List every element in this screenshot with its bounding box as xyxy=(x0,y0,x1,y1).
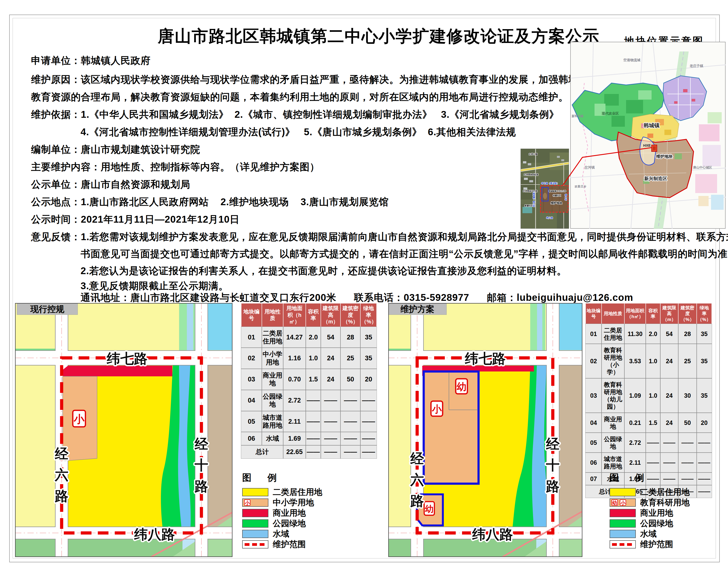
table-cell: 商业用地 xyxy=(602,413,624,433)
table-cell: 24 xyxy=(321,369,340,390)
table-cell: 05 xyxy=(241,411,262,432)
table-cell: 公园绿地 xyxy=(262,390,283,411)
table-cell: 04 xyxy=(241,390,262,411)
legend-swatch-edu: 幼小 xyxy=(610,499,636,507)
table-cell: 1.0 xyxy=(306,348,321,369)
label-xinjuntun: 新军屯镇 xyxy=(571,114,583,118)
legend-swatch-boundary xyxy=(242,540,268,548)
table-cell: —— xyxy=(321,411,340,432)
table-cell: 24 xyxy=(660,378,678,413)
table-row: 04公园绿地2.72———————— xyxy=(241,390,377,411)
feedback-line-4: 3.意见反馈期限截止至公示期满。 xyxy=(81,279,228,293)
road-label-jingliu: 经六路 xyxy=(54,446,69,504)
reason-line-1: 维护原因：该区域内现状学校资源供给与现状学位需求的矛盾日益严重，亟待解决。为推进… xyxy=(31,73,588,86)
feedback-line-2: 书面意见可当面提交也可通过邮寄方式提交。以邮寄方式提交的，请在信封正面注明“公示… xyxy=(81,247,728,260)
column-header: 建筑密度（%） xyxy=(678,303,697,324)
road-label-jingliu: 经六路 xyxy=(410,451,424,508)
boundary-dash xyxy=(245,543,266,546)
table-cell: 水域 xyxy=(262,432,283,445)
table-cell: 02 xyxy=(241,348,262,369)
compiler-line: 编制单位：唐山市规划建筑设计研究院 xyxy=(31,143,200,156)
sat-road-w7: 纬七路（富达街） xyxy=(541,182,559,184)
road-label-jingshi: 经十路 xyxy=(546,436,560,494)
legend-item-water: 水域 xyxy=(610,530,721,538)
legend-swatch-water xyxy=(242,530,268,538)
reason-line-2: 教育资源的合理布局，解决教育资源短缺的问题，本着集约利用土地的原则，对所在区域内… xyxy=(31,90,568,104)
feedback-line-3: 2.若您认为是该论证报告的利害关系人，在提交书面意见时，还应提供该论证报告直接涉… xyxy=(81,264,567,277)
sat-road-j10: 经十路 xyxy=(565,194,567,201)
table-cell: 14.27 xyxy=(283,327,306,348)
table-cell: 城市道路用地 xyxy=(262,411,283,432)
sat-road-w8: 纬八路 xyxy=(546,216,553,219)
legend-item-commercial: 商业用地 xyxy=(610,509,721,517)
table-cell: —— xyxy=(646,433,660,453)
legend-label: 二类居住用地 xyxy=(273,487,322,498)
label-agri-district: 现代农业区 xyxy=(602,111,619,115)
table-cell: 中小学用地 xyxy=(262,348,283,369)
table-cell: —— xyxy=(340,411,361,432)
current-plan-table: 地块编号用地性质用地面积（h㎡）容积率建筑限高（m）建筑密度（%）绿地率（%）0… xyxy=(241,303,377,459)
table-cell: 05 xyxy=(586,433,602,453)
map-header: 维护方案 xyxy=(388,304,447,315)
table-cell: —— xyxy=(321,390,340,411)
legend-item-park: 公园绿地 xyxy=(242,519,354,528)
legend-maintenance: 图 例 二类居住用地幼小教育科研用地商业用地公园绿地水域维护范围 xyxy=(610,472,721,550)
table-cell: 公园绿地 xyxy=(602,433,624,453)
column-header: 绿地率（%） xyxy=(360,303,377,327)
table-cell: 28 xyxy=(340,327,361,348)
table-cell: 07 xyxy=(586,473,602,485)
column-header: 建筑限高（m） xyxy=(321,303,340,327)
location-overview-map: 空港物流城 老庄子镇 现代农业区 新军屯镇 欢喜庄乡 韩城镇 HXE 维护地块 … xyxy=(570,42,726,229)
maintenance-plan-table: 地块编号用地性质用地面积（h㎡）容积率建筑限高（m）建筑密度（%）绿地率（%）0… xyxy=(585,303,712,498)
sat-road-j6: 经六路（榆林路） xyxy=(533,190,535,207)
table-cell: 06 xyxy=(241,432,262,445)
legend-swatch-commercial xyxy=(242,509,268,517)
legend-label: 公园绿地 xyxy=(273,518,306,529)
table-cell: 50 xyxy=(340,369,361,390)
svg-text:维护方案: 维护方案 xyxy=(400,304,434,314)
table-row: 06水域1.69———————— xyxy=(241,432,377,445)
school-badge: 小 xyxy=(73,410,85,427)
maintenance-plan-map: 幼 小 幼 维护方案 纬七路 纬八路 经六路 经十路 xyxy=(388,303,582,557)
table-cell: 01 xyxy=(586,324,602,344)
table-cell: 1.69 xyxy=(283,432,306,445)
svg-text:现行控规: 现行控规 xyxy=(30,304,65,314)
current-plan-map: 小 现行控规 纬七路 纬八路 经六路 经十路 xyxy=(15,303,232,557)
column-header: 用地面积（h㎡） xyxy=(624,303,646,324)
table-cell: 2.0 xyxy=(306,327,321,348)
table-row: 01二类居住用地11.302.0542835 xyxy=(586,324,712,344)
table-cell: —— xyxy=(360,445,377,458)
table-row: 02中小学用地1.161.0242535 xyxy=(241,348,377,369)
column-header: 容积率 xyxy=(646,303,660,324)
table-cell: 24 xyxy=(660,344,678,378)
legend-items: 二类居住用地小中小学用地商业用地公园绿地水域维护范围 xyxy=(242,488,354,549)
table-cell: 2.11 xyxy=(283,411,306,432)
basis-line-1: 维护依据：1.《中华人民共和国城乡规划法》 2.《城市、镇控制性详细规划编制审批… xyxy=(31,108,559,121)
table-cell: —— xyxy=(360,411,377,432)
table-cell: 54 xyxy=(321,327,340,348)
column-header: 建筑密度（%） xyxy=(340,303,361,327)
table-cell: 03 xyxy=(586,378,602,413)
plot-marker-core xyxy=(653,146,656,150)
table-cell: —— xyxy=(660,433,678,453)
table-cell: 03 xyxy=(241,369,262,390)
label-manufacturing: 新兴制造区 xyxy=(644,176,667,181)
publisher-line: 公示单位：唐山市自然资源和规划局 xyxy=(31,178,190,191)
legend-item-residential: 二类居住用地 xyxy=(610,488,721,497)
school-badge: 小 xyxy=(431,401,443,416)
table-cell: 1.16 xyxy=(283,348,306,369)
legend-swatch-boundary xyxy=(610,540,636,548)
svg-text:幼: 幼 xyxy=(425,504,434,514)
table-cell: 35 xyxy=(360,348,377,369)
table-cell: 1.5 xyxy=(646,413,660,433)
legend-item-commercial: 商业用地 xyxy=(242,509,354,517)
table-cell: —— xyxy=(340,390,361,411)
column-header: 用地面积（h㎡） xyxy=(283,303,306,327)
svg-text:幼: 幼 xyxy=(457,382,466,392)
table-cell: —— xyxy=(678,433,697,453)
legend-swatch-school: 小 xyxy=(242,499,268,507)
table-header-row: 地块编号用地性质用地面积（h㎡）容积率建筑限高（m）建筑密度（%）绿地率（%） xyxy=(586,303,712,324)
legend-label: 二类居住用地 xyxy=(640,487,690,498)
legend-item-residential: 二类居住用地 xyxy=(242,488,354,497)
road-label-jingshi: 经十路 xyxy=(194,436,208,494)
